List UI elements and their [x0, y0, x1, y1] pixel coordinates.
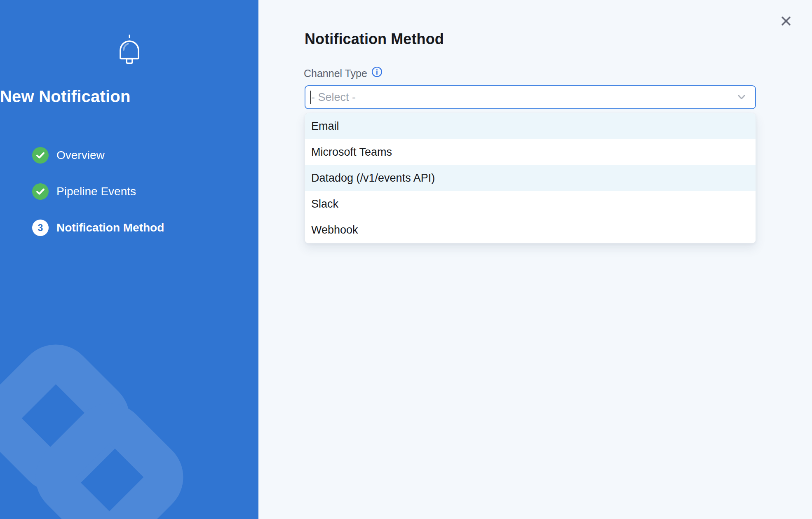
- step-label: Overview: [56, 149, 105, 162]
- step-notification-method[interactable]: 3 Notification Method: [32, 220, 164, 236]
- channel-type-dropdown: Email Microsoft Teams Datadog (/v1/event…: [305, 113, 756, 243]
- option-datadog[interactable]: Datadog (/v1/events API): [305, 165, 756, 191]
- option-slack[interactable]: Slack: [305, 191, 756, 217]
- content-panel: Notification Method Channel Type - Selec…: [258, 0, 812, 519]
- bell-icon: [0, 35, 258, 68]
- chevron-down-icon: [736, 93, 747, 103]
- channel-type-label: Channel Type: [304, 67, 367, 79]
- check-icon: [32, 147, 49, 164]
- step-label: Pipeline Events: [56, 185, 136, 198]
- channel-type-field-label-row: Channel Type: [304, 67, 383, 79]
- step-pipeline-events[interactable]: Pipeline Events: [32, 183, 164, 200]
- check-icon: [32, 183, 49, 200]
- wizard-steps: Overview Pipeline Events 3 Notification …: [32, 147, 164, 256]
- close-icon: [781, 16, 791, 26]
- sidebar-title: New Notification: [0, 87, 258, 106]
- step-number-badge: 3: [32, 220, 49, 236]
- step-label: Notification Method: [56, 221, 164, 234]
- option-webhook[interactable]: Webhook: [305, 217, 756, 243]
- sidebar: New Notification Overview Pipeline Event…: [0, 0, 258, 519]
- option-microsoft-teams[interactable]: Microsoft Teams: [305, 139, 756, 165]
- step-overview[interactable]: Overview: [32, 147, 164, 164]
- option-email[interactable]: Email: [305, 113, 756, 139]
- page-title: Notification Method: [305, 30, 444, 48]
- channel-type-select[interactable]: - Select -: [305, 85, 756, 109]
- select-placeholder: - Select -: [311, 86, 356, 108]
- close-button[interactable]: [779, 14, 793, 28]
- info-icon[interactable]: [371, 66, 383, 79]
